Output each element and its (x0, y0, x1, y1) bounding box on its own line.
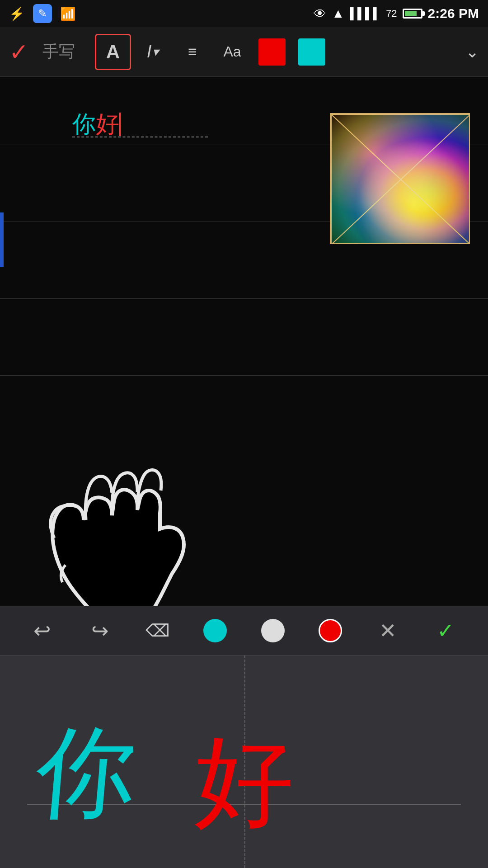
drawing-toolbar: ↩ ↪ ⌫ ✕ ✓ (0, 606, 488, 656)
mode-label: 手写 (42, 41, 75, 63)
text-underline (72, 137, 208, 137)
close-icon: ✕ (379, 618, 397, 643)
canvas-char-hao: 好 (96, 108, 119, 140)
cellular-icon: ▌▌▌▌ (350, 7, 380, 20)
color-white-dot-button[interactable] (257, 615, 289, 646)
cancel-drawing-button[interactable]: ✕ (372, 615, 404, 646)
confirm-drawing-button[interactable]: ✓ (430, 615, 461, 646)
usb-icon: ⚡ (9, 6, 25, 21)
handwritten-char-hao: 好 (194, 732, 294, 832)
app-icon: ✎ (33, 4, 52, 23)
wifi-icon: 📶 (60, 6, 76, 21)
canvas-char-ni: 你 (72, 108, 96, 140)
battery-icon (403, 9, 422, 19)
cyan-dot (203, 619, 227, 642)
color-spectrum-picker[interactable] (330, 113, 470, 244)
svg-line-0 (331, 114, 469, 243)
status-bar: ⚡ ✎ 📶 👁 ▲ ▌▌▌▌ 72 2:26 PM (0, 0, 488, 27)
undo-button[interactable]: ↩ (27, 615, 58, 646)
handwriting-canvas[interactable]: 你 好 (0, 656, 488, 868)
spectrum-x-lines (331, 114, 469, 243)
toolbar-expand-icon[interactable]: ⌄ (465, 42, 479, 61)
battery-percent: 72 (386, 8, 397, 19)
text-align-button[interactable]: ≡ (174, 34, 211, 70)
eraser-icon: ⌫ (145, 621, 170, 641)
main-toolbar: ✓ 手写 A I ▾ ≡ Aa ⌄ (0, 27, 488, 77)
signal-icon: ▲ (332, 6, 344, 21)
check-icon: ✓ (437, 618, 455, 643)
color-cyan-swatch (298, 38, 325, 66)
text-color-red-button[interactable] (254, 34, 290, 70)
red-dot (319, 619, 342, 642)
status-time: 2:26 PM (428, 6, 479, 21)
font-style-italic-button[interactable]: I ▾ (135, 34, 171, 70)
canvas-area[interactable]: 你 好 (0, 77, 488, 656)
color-red-swatch (258, 38, 286, 66)
eraser-button[interactable]: ⌫ (142, 615, 174, 646)
left-accent-bar (0, 212, 4, 267)
font-style-A-button[interactable]: A (95, 34, 131, 70)
confirm-button[interactable]: ✓ (9, 38, 29, 66)
canvas-typed-text: 你 好 (72, 108, 121, 140)
white-dot (261, 619, 285, 642)
canvas-line (0, 298, 488, 299)
text-cursor (119, 113, 121, 136)
redo-button[interactable]: ↪ (84, 615, 116, 646)
text-color-cyan-button[interactable] (294, 34, 330, 70)
color-cyan-dot-button[interactable] (199, 615, 231, 646)
italic-dropdown-icon: ▾ (152, 44, 159, 59)
handwritten-char-ni: 你 (32, 723, 140, 823)
font-size-button[interactable]: Aa (214, 34, 250, 70)
color-red-dot-button[interactable] (314, 615, 346, 646)
eye-icon: 👁 (314, 6, 326, 21)
canvas-line (0, 375, 488, 376)
